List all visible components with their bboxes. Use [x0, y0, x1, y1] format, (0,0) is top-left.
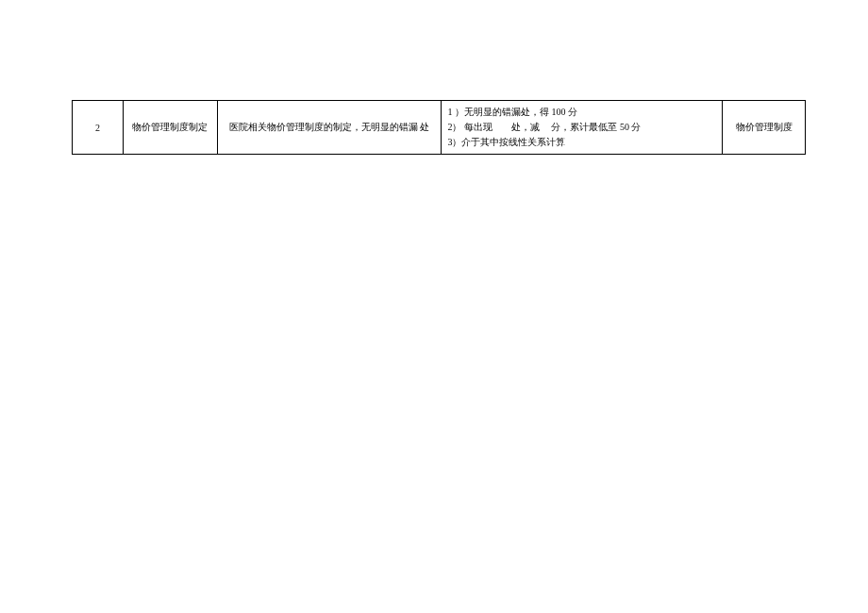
scoring-line-3: 3）介于其中按线性关系计算	[447, 135, 716, 150]
cell-item-name: 物价管理制度制定	[123, 101, 217, 155]
cell-description: 医院相关物价管理制度的制定，无明显的错漏 处	[217, 101, 442, 155]
evaluation-table: 2 物价管理制度制定 医院相关物价管理制度的制定，无明显的错漏 处 1 ）无明显…	[72, 100, 806, 155]
cell-scoring: 1 ）无明显的错漏处，得 100 分 2） 每出现 处，减 分，累计最低至 50…	[442, 101, 723, 155]
table-row: 2 物价管理制度制定 医院相关物价管理制度的制定，无明显的错漏 处 1 ）无明显…	[73, 101, 806, 155]
scoring-line-1: 1 ）无明显的错漏处，得 100 分	[447, 105, 716, 120]
scoring-line-2: 2） 每出现 处，减 分，累计最低至 50 分	[447, 120, 716, 135]
cell-number: 2	[73, 101, 124, 155]
cell-reference: 物价管理制度	[723, 101, 806, 155]
